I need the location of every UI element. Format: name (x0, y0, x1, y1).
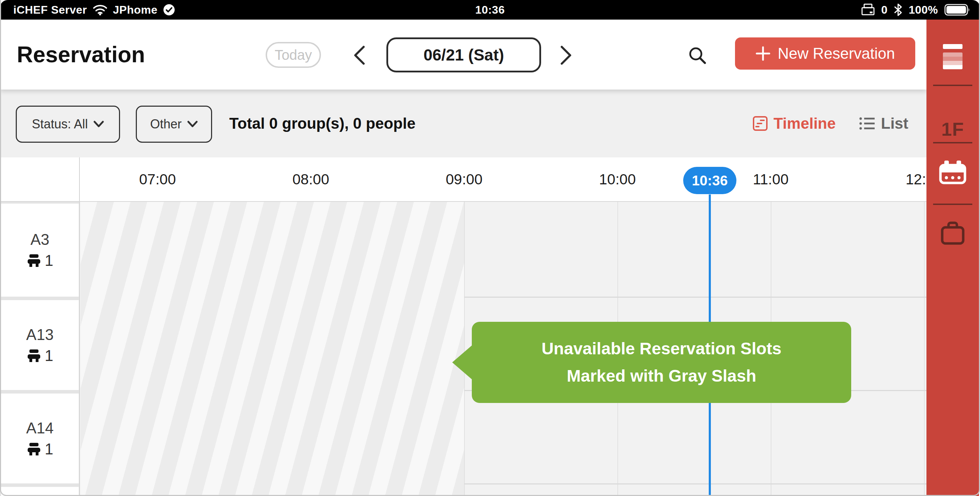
chevron-down-icon (187, 121, 198, 128)
status-bar-right: 0 100% (861, 3, 980, 16)
table-capacity: 1 (27, 441, 53, 458)
seat-icon (27, 349, 41, 362)
status-clock: 10:36 (475, 3, 505, 16)
table-capacity-count: 1 (45, 252, 53, 269)
sidebar-takeout-button[interactable] (939, 220, 966, 245)
right-sidebar: 1F (926, 20, 979, 496)
battery-percent: 100% (908, 3, 938, 16)
hour-label: 09:00 (445, 157, 482, 201)
server-name: iCHEF Server (13, 3, 87, 16)
floor-stack-button[interactable] (943, 44, 963, 69)
today-button-label: Today (275, 47, 312, 63)
briefcase-icon (939, 220, 966, 245)
row-separator (464, 296, 926, 298)
hour-label: 10:00 (599, 157, 636, 201)
timeline-view-icon (752, 116, 768, 131)
hour-label: 12:00 (905, 157, 926, 201)
status-bar-left: iCHEF Server JPhome (0, 3, 175, 16)
bluetooth-icon (894, 3, 902, 16)
totals-summary: Total 0 group(s), 0 people (229, 90, 415, 157)
hour-label: 08:00 (292, 157, 329, 201)
status-filter-dropdown[interactable]: Status: All (16, 106, 120, 143)
tooltip-line1: Unavailable Reservation Slots (541, 335, 781, 362)
reservation-screen: iCHEF Server JPhome 10:36 0 (0, 0, 980, 496)
wifi-icon (93, 4, 107, 15)
chevron-down-icon (94, 121, 104, 128)
table-name: A3 (30, 231, 49, 248)
search-button[interactable] (687, 46, 707, 65)
sidebar-floor-button[interactable]: 1F (926, 118, 979, 140)
sidebar-reservation-button[interactable] (939, 160, 967, 185)
table-capacity-count: 1 (45, 441, 53, 458)
printer-icon (861, 3, 875, 16)
floor-stack-icon (943, 44, 963, 49)
sidebar-divider (933, 142, 972, 143)
date-label: 06/21 (Sat) (423, 46, 504, 64)
status-bar: iCHEF Server JPhome 10:36 0 (0, 0, 980, 20)
other-filter-dropdown[interactable]: Other (136, 106, 212, 143)
calendar-icon (939, 160, 967, 185)
view-toggle-list[interactable]: List (859, 90, 908, 157)
filter-bar: Status: All Other Total 0 group(s), 0 pe… (0, 90, 926, 157)
table-row-a3: A3 1 (1, 204, 79, 296)
table-name: A13 (26, 326, 54, 344)
table-row-a14: A14 1 (1, 393, 79, 483)
previous-day-button[interactable] (352, 45, 367, 66)
reservation-content: Reservation Today 06/21 (Sat) (0, 20, 926, 496)
timeline-hours-header: 07:00 08:00 09:00 10:00 11:00 12:00 10:3… (0, 157, 926, 202)
list-view-icon (859, 116, 875, 130)
search-icon (687, 46, 707, 65)
timeline-toggle-label: Timeline (773, 115, 836, 132)
tooltip-line2: Marked with Gray Slash (566, 362, 756, 390)
table-row-a13: A13 1 (1, 300, 79, 390)
unavailable-slots-region (81, 202, 464, 496)
table-row-partial (1, 487, 79, 496)
page-title: Reservation (17, 42, 145, 68)
printer-count: 0 (881, 3, 888, 16)
table-capacity: 1 (27, 347, 53, 364)
row-separator (464, 483, 926, 485)
hour-label: 07:00 (139, 157, 176, 201)
tooltip-arrow (452, 345, 473, 380)
today-button[interactable]: Today (266, 42, 321, 68)
view-toggle-timeline[interactable]: Timeline (752, 90, 836, 157)
list-toggle-label: List (881, 115, 908, 132)
table-capacity-count: 1 (45, 347, 53, 364)
plus-icon (755, 46, 771, 61)
new-reservation-button[interactable]: New Reservation (735, 37, 915, 70)
table-list-column: A3 1 A13 1 A14 (0, 202, 80, 496)
sidebar-divider (933, 85, 972, 86)
page-header: Reservation Today 06/21 (Sat) (0, 20, 926, 90)
seat-icon (27, 254, 41, 267)
vpn-check-icon (163, 4, 175, 16)
sidebar-divider (933, 204, 972, 205)
table-name: A14 (26, 419, 54, 437)
other-filter-label: Other (150, 117, 181, 132)
new-reservation-label: New Reservation (778, 45, 895, 62)
wifi-network-name: JPhome (113, 3, 158, 16)
timeline-corner-cell (0, 157, 80, 201)
seat-icon (27, 442, 41, 456)
date-picker-button[interactable]: 06/21 (Sat) (387, 37, 541, 73)
current-time-badge: 10:36 (683, 167, 737, 194)
table-capacity: 1 (27, 252, 53, 269)
unavailable-slots-tooltip: Unavailable Reservation Slots Marked wit… (472, 322, 851, 403)
hour-label: 11:00 (753, 157, 789, 201)
battery-icon (944, 4, 970, 16)
hour-gridline (924, 202, 925, 496)
status-filter-label: Status: All (32, 117, 88, 132)
next-day-button[interactable] (558, 45, 574, 66)
